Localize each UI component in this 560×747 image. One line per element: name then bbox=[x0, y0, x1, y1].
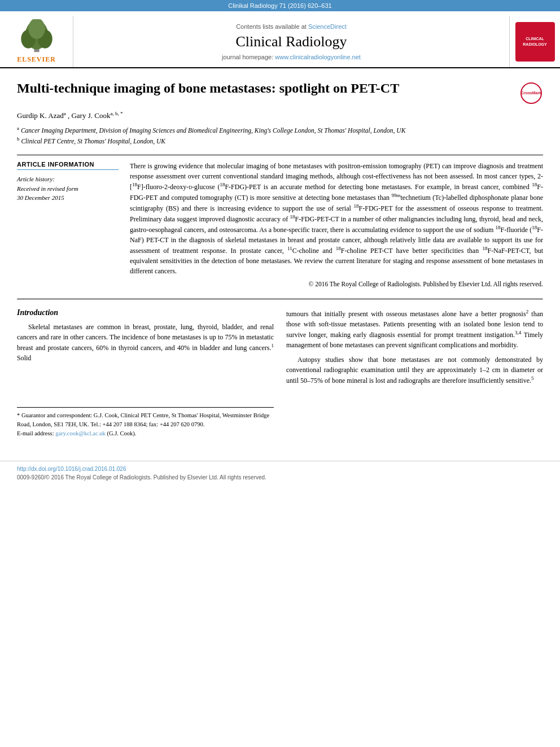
journal-citation: Clinikal Radiology 71 (2016) 620–631 bbox=[228, 2, 331, 9]
radiology-logo-text: CLINICALRADIOLOGY bbox=[523, 36, 546, 46]
doi-link[interactable]: http://dx.doi.org/10.1016/j.crad.2016.01… bbox=[17, 466, 126, 472]
doi-line: http://dx.doi.org/10.1016/j.crad.2016.01… bbox=[17, 465, 543, 473]
article-title: Multi-technique imaging of bone metastas… bbox=[17, 80, 512, 97]
email-label: E-mail address: bbox=[17, 430, 54, 436]
intro-paragraph-2: tumours that initially present with osse… bbox=[286, 308, 543, 386]
issn-line: 0009-9260/© 2016 The Royal College of Ra… bbox=[17, 473, 543, 482]
authors-line: Gurdip K. Azada , Gary J. Cooka, b, * bbox=[17, 111, 543, 120]
sciencedirect-line: Contents lists available at ScienceDirec… bbox=[236, 23, 347, 30]
footnote-area: * Guarantor and correspondent: G.J. Cook… bbox=[17, 407, 274, 438]
bottom-bar: http://dx.doi.org/10.1016/j.crad.2016.01… bbox=[0, 461, 560, 485]
introduction-heading: Introduction bbox=[17, 308, 274, 317]
affil2-sup: b bbox=[17, 136, 20, 142]
crossmark-icon: CrossMark bbox=[520, 82, 542, 104]
elsevier-tree-icon bbox=[14, 19, 59, 53]
intro-paragraph-1: Skeletal metastases are common in breast… bbox=[17, 322, 274, 363]
abstract-col: There is growing evidence that molecular… bbox=[130, 161, 543, 287]
body-right-col: tumours that initially present with osse… bbox=[286, 308, 543, 438]
article-title-section: Multi-technique imaging of bone metastas… bbox=[17, 80, 543, 104]
affiliation-2: b Clinical PET Centre, St Thomas' Hospit… bbox=[17, 136, 543, 146]
homepage-line: journal homepage: www.clinicalradiologyo… bbox=[222, 54, 361, 60]
affil1-text: Cancer Imaging Department, Division of I… bbox=[21, 127, 405, 134]
main-content: Multi-technique imaging of bone metastas… bbox=[0, 68, 560, 461]
elsevier-brand-text: ELSEVIER bbox=[17, 55, 56, 64]
affiliation-1: a Cancer Imaging Department, Division of… bbox=[17, 125, 543, 136]
author2-sup: a, b, * bbox=[110, 111, 123, 116]
affil1-sup: a bbox=[17, 125, 19, 131]
article-info-col: ARTICLE INFORMATION Article history: Rec… bbox=[17, 161, 119, 287]
article-info-abstract-section: ARTICLE INFORMATION Article history: Rec… bbox=[17, 155, 543, 287]
body-two-col: Introduction Skeletal metastases are com… bbox=[17, 308, 543, 438]
sciencedirect-link[interactable]: ScienceDirect bbox=[308, 23, 347, 30]
affil2-text: Clinical PET Centre, St Thomas' Hospital… bbox=[21, 138, 165, 145]
homepage-link[interactable]: www.clinicalradiologyonline.net bbox=[275, 54, 361, 60]
crossmark-badge[interactable]: CrossMark bbox=[520, 82, 543, 104]
abstract-text: There is growing evidence that molecular… bbox=[130, 161, 543, 276]
copyright-line: © 2016 The Royal College of Radiologists… bbox=[130, 281, 543, 287]
journal-header: ELSEVIER Contents lists available at Sci… bbox=[0, 11, 560, 68]
radiology-logo-box: CLINICALRADIOLOGY bbox=[509, 16, 560, 67]
article-history-label: Article history: Received in revised for… bbox=[17, 174, 119, 203]
body-left-col: Introduction Skeletal metastases are com… bbox=[17, 308, 274, 438]
author2-name: , Gary J. Cook bbox=[68, 111, 110, 120]
email-link[interactable]: gary.cook@kcl.ac.uk bbox=[55, 430, 106, 436]
author1-sup: a bbox=[64, 111, 66, 116]
author1-name: Gurdip K. Azad bbox=[17, 111, 64, 120]
affiliations: a Cancer Imaging Department, Division of… bbox=[17, 125, 543, 146]
radiology-logo-inner: CLINICALRADIOLOGY bbox=[515, 22, 555, 62]
email-suffix: (G.J. Cook). bbox=[107, 430, 136, 436]
journal-title-display: Clinical Radiology bbox=[235, 33, 347, 50]
elsevier-logo-area: ELSEVIER bbox=[0, 16, 73, 67]
article-info-title: ARTICLE INFORMATION bbox=[17, 161, 119, 170]
section-divider-after-abstract bbox=[17, 299, 543, 300]
guarantor-note: * Guarantor and correspondent: G.J. Cook… bbox=[17, 412, 269, 427]
top-bar: Clinikal Radiology 71 (2016) 620–631 bbox=[0, 0, 560, 11]
journal-center-area: Contents lists available at ScienceDirec… bbox=[73, 16, 509, 67]
